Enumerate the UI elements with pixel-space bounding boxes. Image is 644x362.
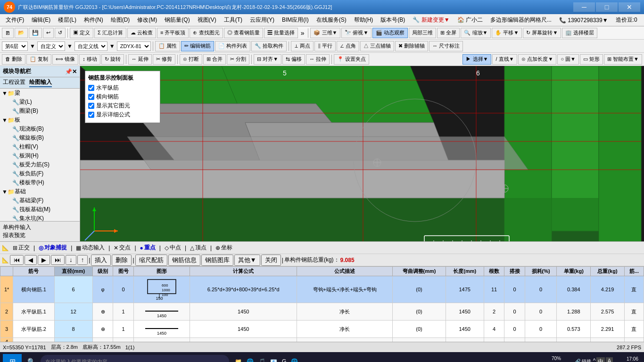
- search-bar[interactable]: 在这里输入你要搜索的内容: [41, 355, 229, 362]
- tree-item[interactable]: 🔧基础梁(F): [0, 196, 80, 205]
- snap-coord[interactable]: ⊕ 坐标: [214, 243, 234, 253]
- tb-elem-list[interactable]: 📄 构件列表: [215, 41, 250, 51]
- table-row[interactable]: 4: [0, 338, 644, 342]
- tb-rotate-elem[interactable]: ↻ 旋转: [101, 54, 124, 65]
- rebar-lib[interactable]: 钢筋图库: [201, 255, 233, 266]
- rebar-next[interactable]: ▶: [38, 255, 50, 265]
- tb-redo[interactable]: ↺: [55, 28, 66, 38]
- close-button[interactable]: ✕: [619, 2, 640, 12]
- rebar-up[interactable]: ↑: [77, 255, 88, 265]
- tb-parallel[interactable]: ∥ 平行: [314, 41, 336, 51]
- tb-merge[interactable]: ⊞ 合并: [203, 54, 226, 65]
- check-formula[interactable]: [88, 112, 94, 118]
- tb-edit-rebar[interactable]: ✏ 编辑钢筋: [181, 41, 214, 51]
- tb-offset[interactable]: ⇆ 偏移: [282, 54, 305, 65]
- rebar-table-area[interactable]: 筋号 直径(mm) 级别 图号 图形 计算公式 公式描述 弯曲调整(mm) 长度…: [0, 266, 644, 342]
- table-row[interactable]: 1* 横向钢筋.1 6 φ 0 150 600 1000 100 6.25*d+…: [0, 276, 644, 303]
- taskbar-app-5[interactable]: G: [280, 358, 288, 362]
- menu-rebar[interactable]: 钢筋量(Q): [161, 15, 193, 25]
- rebar-check-horizontal[interactable]: 水平纵筋: [88, 84, 157, 92]
- tb-view-rebar[interactable]: ◎ 查看钢筋量: [224, 28, 263, 38]
- tree-item[interactable]: ▼📁基础: [0, 187, 80, 196]
- snap-dynamic[interactable]: ▦ 动态输入: [74, 243, 107, 253]
- lang-indicator[interactable]: 中: [596, 357, 605, 362]
- tree-item[interactable]: 🔧板负筋(F): [0, 169, 80, 178]
- tree-item[interactable]: 🔧集水坑(K): [0, 214, 80, 221]
- menu-online[interactable]: 在线服务(S): [313, 15, 350, 25]
- menu-floor[interactable]: 楼层(L): [54, 15, 80, 25]
- tb-dim[interactable]: ↔ 尺寸标注: [429, 41, 463, 51]
- tree-item[interactable]: 🔧楼板带(H): [0, 178, 80, 187]
- rebar-insert[interactable]: 插入: [91, 255, 111, 266]
- menu-cloud[interactable]: 云应用(Y): [246, 15, 278, 25]
- nav-engineering[interactable]: 工程设置: [3, 78, 25, 87]
- tb-zoom[interactable]: 🔍 缩放▼: [461, 28, 491, 38]
- rebar-close[interactable]: 关闭: [261, 255, 281, 266]
- tree-item[interactable]: 🔧板洞(H): [0, 151, 80, 160]
- tb-fullscreen[interactable]: ⊞ 全屏: [437, 28, 460, 38]
- tb-circle[interactable]: ○ 圆▼: [557, 54, 579, 65]
- tb-set-pt[interactable]: 📍 设置夹点: [334, 54, 369, 65]
- tb-dynamic-view[interactable]: 🎬 动态观察: [372, 28, 408, 38]
- tree-item[interactable]: 🔧圈梁(B): [0, 107, 80, 115]
- cell-diameter[interactable]: 12: [54, 303, 92, 321]
- rebar-delete[interactable]: 删除: [112, 255, 132, 266]
- tb-batch-sel[interactable]: ☰ 批量选择: [264, 28, 298, 38]
- cell-diameter[interactable]: [54, 338, 92, 342]
- tb-local-3d[interactable]: 局部三维: [409, 28, 436, 38]
- tb-save[interactable]: 💾: [29, 28, 42, 38]
- tb-two-point[interactable]: ⊥ 两点: [291, 41, 314, 51]
- line-type-select[interactable]: 自定义线: [74, 41, 107, 51]
- menu-element[interactable]: 构件(N): [80, 15, 107, 25]
- taskbar-app-1[interactable]: 📁: [233, 358, 244, 362]
- tb-stretch[interactable]: ↔ 拉伸: [306, 54, 330, 65]
- snap-object[interactable]: ◎ 对象捕捉: [37, 243, 69, 253]
- snap-orthogonal[interactable]: ⊞ 正交: [11, 243, 32, 253]
- check-horizontal[interactable]: [88, 85, 94, 91]
- rebar-check-lateral[interactable]: 横向钢筋: [88, 93, 157, 101]
- ime-indicator[interactable]: A: [606, 357, 612, 362]
- rebar-info[interactable]: 钢筋信息: [168, 255, 200, 266]
- tb-properties[interactable]: 📋 属性: [155, 41, 180, 51]
- tb-move[interactable]: ↕ 移动: [79, 54, 100, 65]
- tb-pick-elem[interactable]: 🔧 拾取构件: [251, 41, 287, 51]
- cell-diameter[interactable]: 8: [54, 321, 92, 338]
- tb-define[interactable]: ▣ 定义: [70, 28, 93, 38]
- snap-intersect[interactable]: ✕ 交点: [112, 243, 132, 253]
- tb-open[interactable]: 📂: [15, 28, 28, 38]
- tb-select-floor[interactable]: 🏢 选择楼层: [562, 28, 597, 38]
- tb-mirror[interactable]: ⟺ 镜像: [52, 54, 78, 65]
- tree-item[interactable]: ▼📁梁: [0, 89, 80, 98]
- start-button[interactable]: ⊞: [3, 354, 22, 362]
- floor-select[interactable]: 第6层: [2, 41, 28, 51]
- check-other-elem[interactable]: [88, 103, 94, 109]
- tb-3d[interactable]: 📦 三维▼: [310, 28, 340, 38]
- menu-price[interactable]: 造价豆:0: [612, 15, 641, 25]
- single-elem-input[interactable]: 单构件输入: [3, 223, 77, 231]
- taskbar-search[interactable]: 🔍: [24, 354, 39, 362]
- code-select[interactable]: ZDYX-81: [117, 41, 151, 51]
- tb-select-mode[interactable]: ▶ 选择▼: [462, 54, 491, 65]
- panel-controls[interactable]: 📌✕: [65, 68, 77, 75]
- menu-bim[interactable]: BIM应用(I): [278, 15, 313, 25]
- menu-version[interactable]: 版本号(B): [377, 15, 409, 25]
- tb-cloud-check[interactable]: ☁ 云检查: [127, 28, 156, 38]
- canvas-area[interactable]: 5 6 钢筋显示控制面板 水平纵筋 横向钢筋 显示其它图元: [80, 66, 644, 241]
- tb-line-draw[interactable]: / 直线▼: [492, 54, 517, 65]
- tb-three-point[interactable]: △ 三点辅轴: [360, 41, 394, 51]
- menu-phone[interactable]: 📞 13907298339▼: [555, 16, 612, 25]
- snap-vertex[interactable]: △ 顶点: [188, 243, 208, 253]
- snap-center[interactable]: ◇ 中点: [163, 243, 183, 253]
- taskbar-app-6[interactable]: 🌐: [289, 358, 300, 362]
- tb-point-angle[interactable]: ∠ 点角: [337, 41, 359, 51]
- tb-extend[interactable]: ↔ 延伸: [128, 54, 152, 65]
- cell-diameter[interactable]: 6: [54, 276, 92, 303]
- rebar-first[interactable]: ⏮: [10, 255, 24, 265]
- tb-split[interactable]: ✂ 分割: [227, 54, 249, 65]
- tb-rotate[interactable]: ↻ 屏幕旋转▼: [523, 28, 561, 38]
- menu-view[interactable]: 视图(V): [194, 15, 220, 25]
- menu-gxe[interactable]: 🏠 广小二: [454, 15, 487, 25]
- rebar-check-other-elem[interactable]: 显示其它图元: [88, 102, 157, 110]
- tb-level-top[interactable]: ≡ 齐平板顶: [157, 28, 189, 38]
- tb-calculate[interactable]: Σ 汇总计算: [94, 28, 126, 38]
